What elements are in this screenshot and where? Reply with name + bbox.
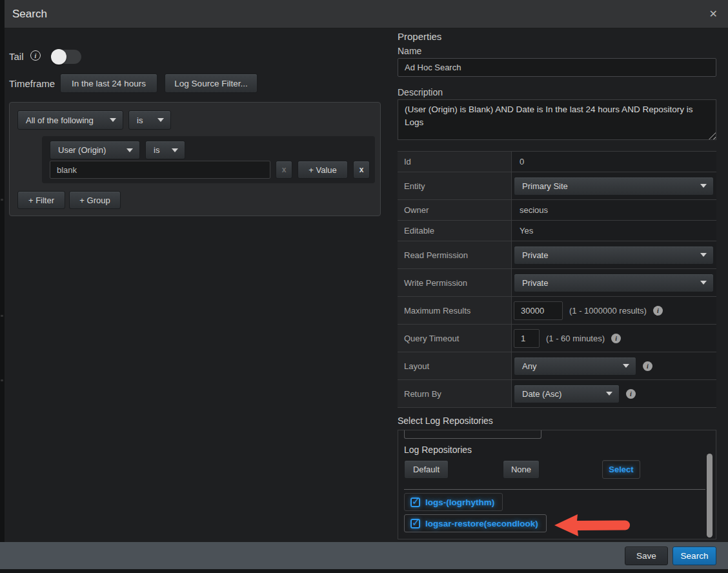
repo-item-label: logs-(logrhythm) — [425, 498, 494, 507]
row-label: Return By — [398, 380, 512, 407]
repo-item-label: logsar-restore(secondlook) — [425, 519, 538, 528]
return-by-dropdown[interactable]: Date (Asc) — [514, 385, 620, 403]
table-row-id: Id 0 — [398, 152, 716, 172]
search-dialog: Search ✕ Tail i Timeframe In the last 24… — [0, 0, 728, 573]
log-repositories-panel: Log Repositories Default None Select ✓ l… — [398, 430, 716, 539]
add-group-button[interactable]: + Group — [69, 191, 121, 209]
query-timeout-input[interactable]: 1 — [514, 329, 540, 348]
chevron-down-icon — [623, 364, 629, 368]
dialog-footer: Save Search — [0, 542, 728, 569]
chevron-down-icon — [700, 281, 707, 285]
add-filter-button[interactable]: + Filter — [17, 191, 65, 209]
checkbox-checked-icon[interactable]: ✓ — [410, 519, 420, 528]
info-icon[interactable]: i — [653, 306, 663, 316]
background-fragment — [1, 379, 3, 381]
background-bottom-strip — [0, 569, 728, 573]
write-permission-dropdown[interactable]: Private — [514, 274, 714, 292]
dialog-titlebar: Search ✕ — [5, 0, 728, 28]
remove-value-button[interactable]: x — [276, 161, 292, 179]
field-condition-dropdown[interactable]: is — [145, 141, 185, 159]
row-label: Layout — [398, 352, 512, 379]
select-log-repositories-heading: Select Log Repositories — [398, 416, 493, 426]
log-repositories-label: Log Repositories — [404, 445, 472, 455]
checkbox-checked-icon[interactable]: ✓ — [410, 498, 420, 507]
close-icon[interactable]: ✕ — [709, 9, 718, 19]
write-permission-value: Private — [522, 278, 694, 288]
filter-condition-group: User (Origin) is blank x + Value x — [42, 136, 375, 183]
tail-info-icon[interactable]: i — [30, 50, 41, 61]
log-source-filter-button[interactable]: Log Source Filter... — [165, 74, 258, 93]
field-condition-value: is — [154, 145, 165, 155]
name-label: Name — [398, 46, 421, 56]
divider — [404, 489, 705, 490]
chevron-down-icon — [700, 184, 707, 188]
chevron-down-icon — [110, 118, 116, 122]
row-label: Read Permission — [398, 241, 512, 268]
owner-value: secious — [520, 205, 548, 215]
default-button[interactable]: Default — [404, 460, 449, 479]
chevron-down-icon — [700, 253, 707, 257]
add-value-button[interactable]: + Value — [298, 161, 348, 179]
dialog-body: Tail i Timeframe In the last 24 hours Lo… — [5, 28, 728, 542]
properties-heading: Properties — [398, 31, 441, 42]
add-buttons-row: + Filter + Group — [17, 191, 121, 209]
group-operator-value: All of the following — [26, 116, 103, 125]
field-dropdown[interactable]: User (Origin) — [50, 141, 140, 159]
toggle-knob — [51, 49, 66, 65]
background-fragment — [1, 199, 3, 201]
maximum-results-input[interactable]: 30000 — [514, 301, 563, 320]
id-value: 0 — [520, 157, 524, 166]
repo-item-logs-logrhythm[interactable]: ✓ logs-(logrhythm) — [404, 493, 503, 511]
group-operator-dropdown[interactable]: All of the following — [17, 110, 123, 130]
background-fragment — [1, 315, 3, 317]
tail-toggle[interactable] — [52, 50, 81, 64]
tail-label: Tail — [9, 51, 24, 62]
maximum-results-hint: (1 - 1000000 results) — [569, 306, 647, 316]
entity-value: Primary Site — [522, 181, 694, 191]
table-row-owner: Owner secious — [398, 200, 716, 221]
row-label: Maximum Results — [398, 297, 512, 324]
remove-filter-button[interactable]: x — [353, 161, 370, 179]
return-by-value: Date (Asc) — [522, 389, 600, 399]
select-button[interactable]: Select — [602, 460, 640, 479]
table-row-entity: Entity Primary Site — [398, 172, 716, 200]
description-textarea[interactable]: (User (Origin) is Blank) AND Date is In … — [398, 99, 716, 140]
read-permission-value: Private — [522, 250, 694, 260]
group-operator-row: All of the following is — [17, 110, 171, 130]
row-label: Entity — [398, 172, 512, 199]
table-row-write-permission: Write Permission Private — [398, 269, 716, 297]
info-icon[interactable]: i — [611, 334, 621, 343]
info-icon[interactable]: i — [643, 361, 652, 371]
repo-item-logsar-restore-secondlook[interactable]: ✓ logsar-restore(secondlook) — [404, 514, 547, 532]
none-button[interactable]: None — [503, 460, 540, 479]
name-input[interactable]: Ad Hoc Search — [398, 58, 716, 77]
scrollbar-thumb[interactable] — [707, 454, 713, 538]
filter-value-input[interactable]: blank — [50, 161, 270, 179]
layout-value: Any — [522, 361, 616, 371]
query-timeout-hint: (1 - 60 minutes) — [546, 334, 605, 343]
row-label: Query Timeout — [398, 325, 512, 352]
editable-value: Yes — [520, 226, 533, 236]
timeframe-label: Timeframe — [9, 78, 55, 89]
layout-dropdown[interactable]: Any — [514, 357, 636, 376]
chevron-down-icon — [157, 118, 164, 122]
timeframe-button[interactable]: In the last 24 hours — [60, 74, 157, 93]
table-row-return-by: Return By Date (Asc) i — [398, 380, 716, 408]
save-button[interactable]: Save — [625, 547, 668, 565]
background-page-sliver — [0, 0, 5, 542]
table-row-read-permission: Read Permission Private — [398, 241, 716, 269]
red-arrow-annotation — [551, 512, 636, 538]
description-label: Description — [398, 87, 443, 97]
group-condition-dropdown[interactable]: is — [128, 110, 171, 130]
read-permission-dropdown[interactable]: Private — [514, 246, 714, 265]
properties-table: Id 0 Entity Primary Site Owner secious — [398, 151, 716, 408]
row-label: Owner — [398, 200, 512, 220]
search-button[interactable]: Search — [672, 547, 716, 565]
chevron-down-icon — [126, 148, 133, 152]
table-row-editable: Editable Yes — [398, 221, 716, 241]
info-icon[interactable]: i — [626, 389, 636, 399]
entity-dropdown[interactable]: Primary Site — [514, 177, 714, 196]
row-label: Id — [398, 152, 512, 172]
chevron-down-icon — [172, 148, 178, 152]
table-row-layout: Layout Any i — [398, 352, 716, 380]
